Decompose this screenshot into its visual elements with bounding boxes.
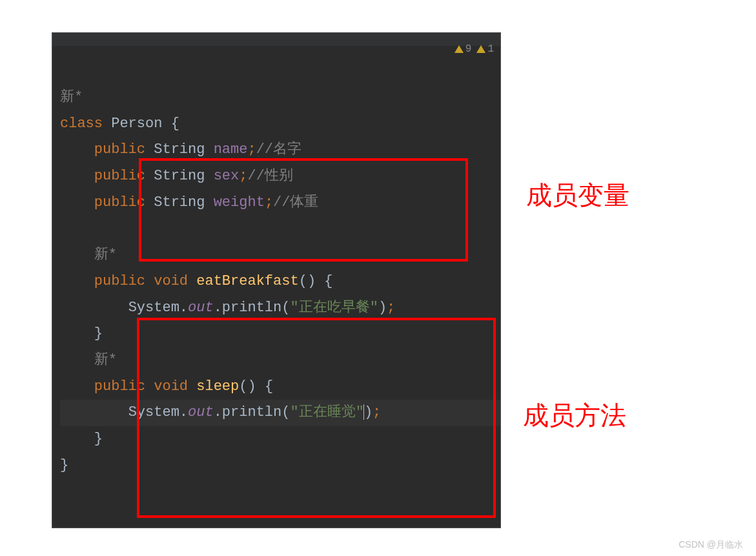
warning-triangle-icon (455, 45, 464, 53)
editor-topbar (52, 33, 500, 46)
code-line[interactable]: public String sex;//性别 (60, 163, 500, 190)
code-line[interactable]: public void eatBreakfast() { (60, 269, 500, 295)
code-editor[interactable]: 9 1 新* class Person { public String name… (52, 32, 501, 528)
code-line[interactable]: 新* (60, 85, 500, 111)
warning-item-2[interactable]: 1 (476, 43, 494, 55)
code-line-active[interactable]: System.out.println("正在睡觉"); (60, 400, 500, 426)
code-line[interactable]: 新* (60, 347, 500, 374)
code-line[interactable]: System.out.println("正在吃早餐"); (60, 295, 500, 322)
code-line[interactable]: public void sleep() { (60, 374, 500, 400)
warning-triangle-icon (476, 45, 485, 53)
annotation-label-methods: 成员方法 (523, 398, 626, 433)
code-line[interactable]: } (60, 426, 500, 453)
code-line[interactable]: class Person { (60, 111, 500, 138)
watermark: CSDN @月临水 (679, 539, 743, 551)
code-line[interactable]: public String weight;//体重 (60, 190, 500, 216)
code-line[interactable] (60, 216, 500, 242)
code-line[interactable]: 新* (60, 242, 500, 269)
code-line[interactable]: } (60, 453, 500, 479)
code-area[interactable]: 新* class Person { public String name;//名… (52, 46, 500, 479)
warnings-indicator[interactable]: 9 1 (455, 43, 494, 55)
warning-count-2: 1 (487, 43, 494, 55)
code-line[interactable]: public String name;//名字 (60, 137, 500, 163)
warning-item-1[interactable]: 9 (455, 43, 472, 55)
annotation-label-fields: 成员变量 (526, 178, 629, 213)
warning-count-1: 9 (465, 43, 472, 55)
code-line[interactable]: } (60, 321, 500, 347)
